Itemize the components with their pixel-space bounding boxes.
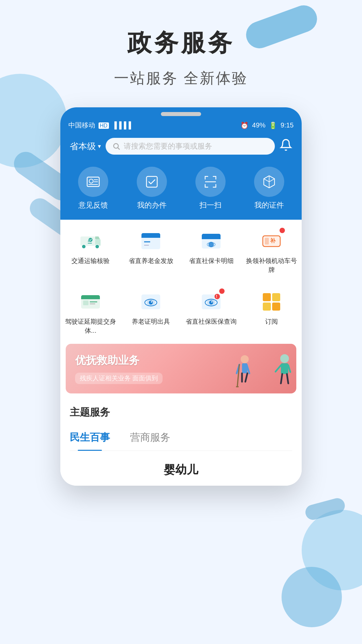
tab-business[interactable]: 营商服务: [130, 427, 170, 450]
service-item-plate[interactable]: 补 换领补领机动车号牌: [241, 223, 302, 279]
person-crutches-figure: [235, 353, 265, 393]
bottom-content: 婴幼儿: [60, 454, 302, 486]
svg-rect-50: [263, 303, 271, 311]
svg-point-39: [149, 301, 153, 305]
notification-bell-icon[interactable]: [280, 139, 292, 154]
region-label: 省本级: [70, 141, 96, 152]
bg-decoration-7: [282, 567, 342, 627]
badge-dot-plate: [280, 228, 285, 233]
pension-cert-icon-wrap: [139, 290, 163, 314]
badge-dot-medical: [219, 288, 225, 294]
quick-actions-row: 意见反馈 我的办件 扫一扫: [60, 161, 302, 220]
theme-tabs: 民生百事 营商服务: [70, 427, 292, 451]
quick-label-certs: 我的证件: [254, 200, 284, 210]
search-row: 省本级 ▾ 请搜索您需要的事项或服务: [70, 138, 292, 155]
svg-rect-33: [83, 301, 88, 305]
hd-badge: HD: [99, 122, 109, 129]
medical-query-icon-wrap: !: [199, 290, 223, 314]
carrier-name: 中国移动: [68, 121, 95, 129]
quick-item-certs[interactable]: 我的证件: [254, 167, 284, 210]
svg-line-65: [281, 374, 282, 383]
service-item-transport[interactable]: 交通运输核验: [60, 223, 121, 279]
service-item-medical-query[interactable]: ! 省直社保医保查询: [181, 284, 241, 340]
tab-livelihood[interactable]: 民生百事: [70, 427, 110, 450]
truck-icon: [79, 230, 102, 253]
region-selector[interactable]: 省本级 ▾: [70, 141, 101, 152]
license-renew-icon-wrap: [78, 290, 103, 314]
svg-rect-48: [263, 293, 271, 301]
quick-item-scan[interactable]: 扫一扫: [195, 167, 226, 210]
service-item-subscribe[interactable]: 订阅: [241, 284, 302, 340]
svg-rect-18: [141, 236, 160, 238]
service-label-medical-query: 省直社保医保查询: [186, 317, 237, 326]
quick-label-scan: 扫一扫: [199, 200, 222, 210]
theme-section-title: 主题服务: [70, 406, 292, 419]
svg-line-66: [287, 374, 288, 383]
quick-label-feedback: 意见反馈: [78, 200, 108, 210]
service-label-plate: 换领补领机动车号牌: [244, 257, 299, 274]
svg-line-1: [118, 148, 120, 150]
service-item-social-card[interactable]: 省直社保卡明细: [181, 223, 241, 279]
plate-icon-wrap: 补: [259, 229, 284, 253]
quick-item-feedback[interactable]: 意见反馈: [78, 167, 108, 210]
battery-percent: 49%: [252, 121, 265, 129]
svg-rect-51: [272, 303, 280, 311]
dropdown-arrow-icon: ▾: [98, 143, 101, 150]
social-card-icon-wrap: [199, 229, 223, 253]
banner-text-area: 优抚救助业务 残疾人证相关业务 面面俱到: [66, 353, 172, 384]
svg-point-13: [82, 245, 86, 249]
quick-circle-tasks: [137, 167, 167, 197]
quick-circle-scan: [195, 167, 226, 197]
svg-point-46: [215, 294, 220, 299]
svg-rect-28: [265, 238, 269, 245]
search-placeholder-text: 请搜索您需要的事项或服务: [124, 141, 212, 151]
category-title: 婴幼儿: [70, 462, 292, 478]
page-title: 政务服务: [0, 27, 362, 59]
service-label-social-card: 省直社保卡明细: [189, 257, 234, 266]
service-item-license-renew[interactable]: 驾驶证延期提交身体...: [60, 284, 121, 340]
service-item-pension-pay[interactable]: 省直养老金发放: [121, 223, 181, 279]
eye-cert-icon: [139, 290, 162, 313]
svg-rect-62: [281, 363, 288, 374]
page-subtitle: 一站服务 全新体验: [0, 68, 362, 88]
svg-rect-7: [146, 176, 157, 187]
svg-line-64: [288, 365, 290, 372]
banner-title: 优抚救助业务: [75, 353, 163, 368]
id-card-icon: [85, 174, 101, 190]
status-bar: 中国移动 HD ▐▐▐▐ ⏰ 49% 🔋 9:15: [60, 119, 302, 133]
svg-line-57: [245, 373, 247, 382]
service-label-pension-pay: 省直养老金发放: [129, 257, 173, 266]
svg-point-45: [211, 301, 213, 303]
transport-icon-wrap: [78, 229, 103, 253]
promo-banner[interactable]: 优抚救助业务 残疾人证相关业务 面面俱到: [66, 344, 296, 393]
service-label-subscribe: 订阅: [265, 317, 278, 326]
service-grid-row1: 交通运输核验 省直养老金发放: [60, 220, 302, 280]
svg-point-52: [241, 355, 249, 363]
plate-icon: 补: [260, 230, 283, 253]
theme-section: 主题服务 民生百事 营商服务: [60, 397, 302, 454]
checkbox-icon: [144, 174, 160, 190]
scan-icon: [202, 174, 219, 190]
notch-pill: [161, 112, 201, 116]
quick-circle-certs: [254, 167, 284, 197]
svg-text:!: !: [216, 294, 217, 299]
signal-strength: ▐▐▐▐: [112, 121, 131, 129]
page-header: 政务服务 一站服务 全新体验: [0, 0, 362, 88]
service-item-pension-cert[interactable]: 养老证明出具: [121, 284, 181, 340]
svg-point-44: [209, 301, 213, 305]
carrier-signal: 中国移动 HD ▐▐▐▐: [68, 121, 131, 130]
service-label-pension-cert: 养老证明出具: [132, 317, 170, 326]
service-area: 交通运输核验 省直养老金发放: [60, 220, 302, 393]
svg-point-14: [95, 245, 99, 249]
search-bar[interactable]: 请搜索您需要的事项或服务: [106, 138, 275, 155]
svg-point-3: [89, 179, 93, 183]
service-label-license-renew: 驾驶证延期提交身体...: [63, 317, 118, 335]
quick-circle-feedback: [78, 167, 108, 197]
svg-line-63: [276, 365, 281, 372]
svg-rect-32: [81, 298, 100, 299]
svg-text:补: 补: [270, 237, 276, 244]
time-display: 9:15: [281, 121, 294, 129]
svg-point-61: [280, 354, 289, 363]
cube-icon: [261, 174, 277, 190]
quick-item-tasks[interactable]: 我的办件: [137, 167, 167, 210]
